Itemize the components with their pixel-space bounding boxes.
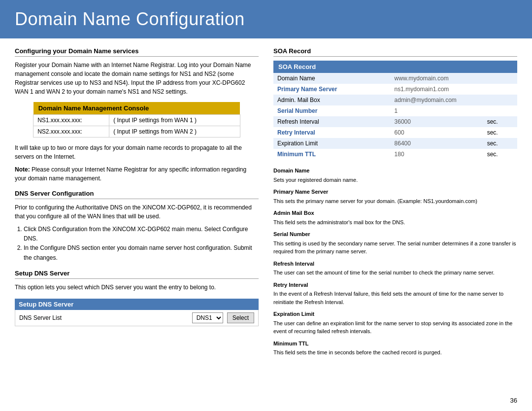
section1-title: Configuring your Domain Name services bbox=[15, 47, 259, 57]
soa-row-unit: sec. bbox=[483, 138, 517, 149]
soa-row-label: Domain Name bbox=[273, 73, 391, 84]
soa-row-value: www.mydomain.com bbox=[391, 73, 483, 84]
desc-block: Serial NumberThis setting is used by the… bbox=[273, 230, 517, 256]
ns1-label: NS1.xxx.xxx.xxx: bbox=[33, 115, 109, 126]
desc-title: Admin Mail Box bbox=[273, 209, 517, 217]
soa-row-label: Admin. Mail Box bbox=[273, 95, 391, 105]
list-item: Click DNS Configuration from the XiNCOM … bbox=[24, 225, 259, 243]
section3-title: Setup DNS Server bbox=[15, 270, 259, 279]
soa-row-value: 180 bbox=[391, 149, 483, 160]
desc-block: Admin Mail BoxThis field sets the admini… bbox=[273, 209, 517, 226]
note-bold-label: Note: bbox=[15, 166, 30, 173]
right-column: SOA Record SOA Record Domain Namewww.myd… bbox=[273, 47, 517, 361]
desc-text: The user can set the amount of time for … bbox=[273, 270, 495, 275]
soa-row-value: admin@mydomain.com bbox=[391, 95, 483, 105]
page-title: Domain Name Configuration bbox=[15, 9, 517, 30]
steps-list: Click DNS Configuration from the XiNCOM … bbox=[24, 225, 259, 263]
section3-body: This option lets you select which DNS se… bbox=[15, 283, 259, 292]
note-content: Please consult your Internet Name Regist… bbox=[15, 166, 246, 182]
table-row: NS1.xxx.xxx.xxx: ( Input IP settings fro… bbox=[33, 115, 240, 126]
setup-dns-header: Setup DNS Server bbox=[15, 299, 259, 310]
setup-dns-row: DNS Server List DNS1 Select bbox=[15, 310, 259, 326]
dns-server-select[interactable]: DNS1 bbox=[192, 312, 223, 323]
section2-title: DNS Server Configuration bbox=[15, 190, 259, 199]
ns2-value: ( Input IP settings from WAN 2 ) bbox=[109, 126, 240, 137]
desc-title: Expiration Limit bbox=[273, 310, 517, 318]
soa-row-value: ns1.mydomain1.com bbox=[391, 84, 483, 95]
soa-row-label: Serial Number bbox=[273, 105, 391, 116]
soa-row-unit bbox=[483, 95, 517, 105]
soa-descriptions: Domain NameSets your registered domain n… bbox=[273, 167, 517, 357]
soa-row-value: 86400 bbox=[391, 138, 483, 149]
table-row: Serial Number1 bbox=[273, 105, 517, 116]
note-text: Note: Please consult your Internet Name … bbox=[15, 165, 259, 183]
soa-table: SOA Record Domain Namewww.mydomain.comPr… bbox=[273, 61, 517, 160]
soa-row-unit: sec. bbox=[483, 149, 517, 160]
desc-title: Serial Number bbox=[273, 230, 517, 239]
ns1-value: ( Input IP settings from WAN 1 ) bbox=[109, 115, 240, 126]
soa-row-label: Minimum TTL bbox=[273, 149, 391, 160]
left-column: Configuring your Domain Name services Re… bbox=[15, 47, 259, 361]
table-row: Admin. Mail Boxadmin@mydomain.com bbox=[273, 95, 517, 105]
soa-table-header: SOA Record bbox=[273, 61, 517, 73]
desc-text: In the event of a Refresh Interval failu… bbox=[273, 291, 503, 305]
soa-row-unit bbox=[483, 73, 517, 84]
soa-row-value: 1 bbox=[391, 105, 483, 116]
section2-body: Prior to configuring the Authoritative D… bbox=[15, 203, 259, 221]
ns2-label: NS2.xxx.xxx.xxx: bbox=[33, 126, 109, 137]
desc-text: Sets your registered domain name. bbox=[273, 177, 358, 183]
page-number: 36 bbox=[510, 397, 517, 404]
desc-block: Retry IntervalIn the event of a Refresh … bbox=[273, 281, 517, 307]
desc-text: The user can define an expiration limit … bbox=[273, 320, 512, 335]
soa-row-unit bbox=[483, 105, 517, 116]
list-item: In the Configure DNS section enter you d… bbox=[24, 243, 259, 262]
desc-block: Primary Name ServerThis sets the primary… bbox=[273, 188, 517, 205]
soa-row-label: Expiration Limit bbox=[273, 138, 391, 149]
table-row: NS2.xxx.xxx.xxx: ( Input IP settings fro… bbox=[33, 126, 240, 137]
select-button[interactable]: Select bbox=[227, 312, 254, 323]
desc-title: Refresh Interval bbox=[273, 260, 517, 268]
soa-section-title: SOA Record bbox=[273, 47, 517, 57]
mgmt-console-header: Domain Name Management Console bbox=[33, 102, 240, 115]
soa-row-unit bbox=[483, 84, 517, 95]
soa-row-unit: sec. bbox=[483, 127, 517, 138]
propagation-note: It will take up to two or more days for … bbox=[15, 143, 259, 161]
mgmt-console-table: Domain Name Management Console NS1.xxx.x… bbox=[33, 102, 240, 137]
desc-title: Retry Interval bbox=[273, 281, 517, 289]
desc-title: Minimum TTL bbox=[273, 340, 517, 348]
desc-block: Minimum TTLThis field sets the time in s… bbox=[273, 340, 517, 357]
desc-block: Expiration LimitThe user can define an e… bbox=[273, 310, 517, 336]
desc-block: Refresh IntervalThe user can set the amo… bbox=[273, 260, 517, 277]
desc-block: Domain NameSets your registered domain n… bbox=[273, 167, 517, 184]
desc-text: This field sets the time in seconds befo… bbox=[273, 349, 442, 355]
table-row: Minimum TTL180sec. bbox=[273, 149, 517, 160]
soa-row-value: 36000 bbox=[391, 116, 483, 127]
desc-text: This field sets the administrator's mail… bbox=[273, 219, 405, 225]
table-row: Retry Interval600sec. bbox=[273, 127, 517, 138]
soa-row-label: Primary Name Server bbox=[273, 84, 391, 95]
table-row: Primary Name Serverns1.mydomain1.com bbox=[273, 84, 517, 95]
table-row: Domain Namewww.mydomain.com bbox=[273, 73, 517, 84]
desc-title: Primary Name Server bbox=[273, 188, 517, 196]
desc-text: This setting is used by the secondary na… bbox=[273, 240, 516, 255]
section1-body: Register your Domain Name with an Intern… bbox=[15, 61, 259, 96]
soa-row-unit: sec. bbox=[483, 116, 517, 127]
table-row: Expiration Limit86400sec. bbox=[273, 138, 517, 149]
soa-row-value: 600 bbox=[391, 127, 483, 138]
dns-server-list-label: DNS Server List bbox=[19, 314, 188, 321]
desc-title: Domain Name bbox=[273, 167, 517, 175]
header: Domain Name Configuration bbox=[0, 0, 532, 38]
soa-row-label: Retry Interval bbox=[273, 127, 391, 138]
desc-text: This sets the primary name server for yo… bbox=[273, 198, 477, 204]
table-row: Refresh Interval36000sec. bbox=[273, 116, 517, 127]
soa-row-label: Refresh Interval bbox=[273, 116, 391, 127]
